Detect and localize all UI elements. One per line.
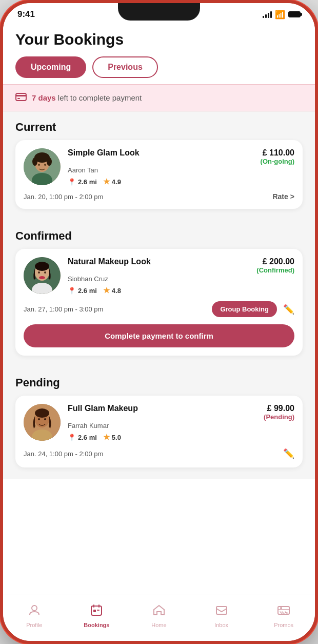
bottom-nav: Profile Bookings [3,595,315,641]
card-info-pending: Full Glam Makeup £ 99.00 (Pending) Farra… [68,404,294,442]
svg-rect-2 [17,98,20,99]
svg-point-23 [44,418,46,420]
group-booking-button[interactable]: Group Booking [212,301,277,317]
nav-label-home: Home [151,622,166,628]
rating-pending: ★ 5.0 [103,433,121,442]
payment-days: 7 days [32,93,56,102]
meta-pending: 📍 2.6 mi ★ 5.0 [68,433,294,442]
nav-label-profile: Profile [26,622,42,628]
pin-icon-pending: 📍 [68,434,76,441]
svg-point-13 [35,262,49,271]
card-title-row-pending: Full Glam Makeup £ 99.00 (Pending) [68,404,294,421]
avatar-aaron [24,148,61,185]
notch [118,3,200,21]
svg-rect-1 [16,95,26,96]
card-top-confirmed: Natural Makeup Look £ 200.00 (Confirmed)… [24,257,294,295]
service-name-confirmed: Natural Makeup Look [68,257,256,266]
rate-button[interactable]: Rate > [272,192,294,201]
farrah-avatar-svg [24,404,61,441]
edit-icon-confirmed[interactable]: ✏️ [283,304,294,315]
current-section-title: Current [15,121,303,134]
rating-current: ★ 4.9 [103,177,121,186]
card-title-row-current: Simple Glam Look £ 110.00 (On-going) [68,148,294,165]
nav-item-bookings[interactable]: Bookings [66,603,128,628]
payment-notice: 7 days left to complete payment [3,84,315,111]
card-bottom-confirmed: Jan. 27, 1:00 pm - 3:00 pm Group Booking… [24,301,294,317]
tab-row: Upcoming Previous [15,56,303,78]
nav-item-home[interactable]: Home [128,603,190,628]
svg-rect-26 [93,610,96,612]
star-icon-confirmed: ★ [103,286,110,295]
meta-current: 📍 2.6 mi ★ 4.9 [68,177,294,186]
phone-screen: 9:41 📶 Your Bookings [3,3,315,641]
status-current: (On-going) [261,158,294,165]
nav-label-bookings: Bookings [84,622,109,628]
svg-rect-27 [97,610,100,611]
meta-confirmed: 📍 2.6 mi ★ 4.8 [68,286,294,295]
home-icon [152,603,166,620]
status-pending: (Pending) [264,413,294,421]
phone-frame: 9:41 📶 Your Bookings [0,0,318,644]
wifi-icon: 📶 [275,10,285,19]
date-current: Jan. 20, 1:00 pm - 2:00 pm [24,193,103,201]
card-top-pending: Full Glam Makeup £ 99.00 (Pending) Farra… [24,404,294,442]
booking-card-confirmed: Natural Makeup Look £ 200.00 (Confirmed)… [15,249,303,356]
battery-icon [288,11,301,17]
actions-confirmed: Group Booking ✏️ [212,301,294,317]
svg-point-16 [44,271,46,274]
distance-confirmed: 📍 2.6 mi [68,287,97,295]
chevron-right-icon: > [290,192,294,201]
svg-point-24 [32,606,37,611]
star-icon-current: ★ [103,177,110,186]
nav-item-profile[interactable]: Profile [3,603,66,628]
svg-rect-0 [16,93,26,101]
price-pending: £ 99.00 [264,404,294,413]
header-area: Your Bookings Upcoming Previous [3,22,315,84]
aaron-avatar-svg [24,148,61,185]
tab-previous[interactable]: Previous [92,56,158,78]
payment-text: left to complete payment [56,93,142,102]
svg-rect-25 [91,606,102,615]
pending-section-title: Pending [15,376,303,389]
rating-confirmed: ★ 4.8 [103,286,121,295]
nav-label-inbox: Inbox [214,622,228,628]
avatar-siobhan [24,257,61,294]
status-time: 9:41 [17,9,35,19]
complete-payment-button[interactable]: Complete payment to confirm [24,324,294,347]
svg-point-7 [47,158,52,166]
artist-pending: Farrah Kumar [68,422,294,430]
svg-point-10 [44,164,46,166]
svg-point-6 [32,158,37,166]
pin-icon-confirmed: 📍 [68,287,76,295]
status-icons: 📶 [263,10,301,19]
date-pending: Jan. 24, 1:00 pm - 2:00 pm [24,450,103,458]
distance-current: 📍 2.6 mi [68,178,97,186]
card-bottom-current: Jan. 20, 1:00 pm - 2:00 pm Rate > [24,192,294,201]
card-top-current: Simple Glam Look £ 110.00 (On-going) Aar… [24,148,294,186]
section-confirmed: Confirmed [3,220,315,367]
bookings-icon [90,603,103,620]
svg-point-15 [38,271,40,274]
svg-point-22 [38,418,40,420]
card-title-row-confirmed: Natural Makeup Look £ 200.00 (Confirmed) [68,257,294,274]
pin-icon-current: 📍 [68,178,76,186]
nav-item-inbox[interactable]: Inbox [190,603,253,628]
date-confirmed: Jan. 27, 1:00 pm - 3:00 pm [24,305,103,313]
avatar-farrah [24,404,61,441]
svg-rect-28 [216,607,227,614]
screen-content: Your Bookings Upcoming Previous 7 days l… [3,22,315,595]
nav-item-promos[interactable]: Promos [252,603,315,628]
section-current: Current [3,111,315,220]
siobhan-avatar-svg [24,257,61,294]
nav-label-promos: Promos [274,622,293,628]
section-pending: Pending [3,367,315,479]
card-bottom-pending: Jan. 24, 1:00 pm - 2:00 pm ✏️ [24,448,294,459]
booking-card-current: Simple Glam Look £ 110.00 (On-going) Aar… [15,140,303,209]
confirmed-section-title: Confirmed [15,229,303,243]
price-current: £ 110.00 [261,148,294,158]
payment-notice-text: 7 days left to complete payment [32,93,142,102]
booking-card-pending: Full Glam Makeup £ 99.00 (Pending) Farra… [15,396,303,467]
tab-upcoming[interactable]: Upcoming [15,56,86,78]
edit-icon-pending[interactable]: ✏️ [283,448,294,459]
svg-point-17 [39,276,45,279]
